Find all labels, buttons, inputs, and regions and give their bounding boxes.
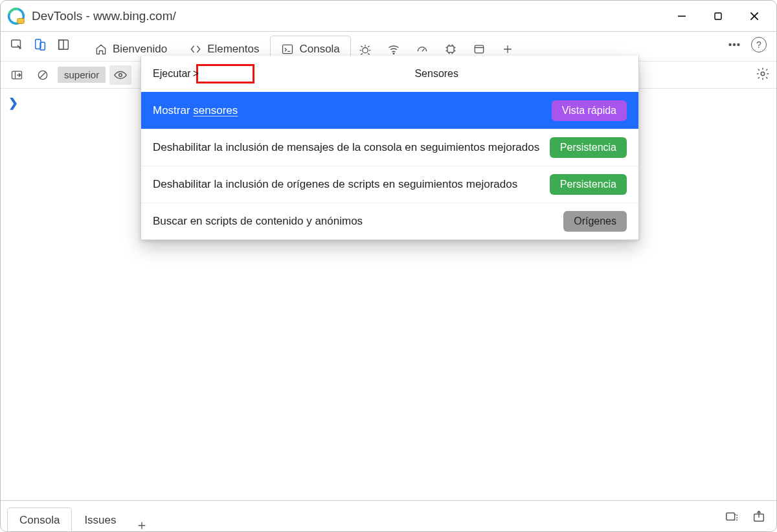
drawer-right-buttons bbox=[721, 507, 770, 531]
drawer-add-tab-button[interactable] bbox=[129, 520, 155, 531]
drawer-tab-console[interactable]: Consola bbox=[7, 507, 72, 532]
eye-icon bbox=[113, 68, 128, 82]
wifi-icon bbox=[387, 43, 400, 56]
console-icon bbox=[281, 43, 294, 56]
palette-item[interactable]: Buscar en scripts de contenido y anónimo… bbox=[141, 203, 638, 239]
palette-run-label: Ejecutar bbox=[153, 68, 191, 80]
svg-rect-2 bbox=[17, 18, 25, 23]
palette-item-label: Buscar en scripts de contenido y anónimo… bbox=[153, 215, 363, 228]
palette-item-label: Deshabilitar la inclusión de mensajes de… bbox=[153, 141, 539, 154]
drawer-tabstrip: Consola Issues bbox=[1, 500, 776, 531]
drawer-tab-console-label: Consola bbox=[19, 514, 60, 527]
window-minimize-button[interactable] bbox=[664, 1, 700, 32]
gear-icon bbox=[756, 67, 770, 81]
console-settings-button[interactable] bbox=[756, 67, 770, 83]
drawer-tab-issues[interactable]: Issues bbox=[72, 507, 128, 532]
palette-query: Sensores bbox=[414, 68, 458, 80]
plus-icon bbox=[501, 43, 514, 56]
svg-rect-11 bbox=[59, 40, 63, 50]
command-palette: Ejecutar > Sensores Mostrar sensores Vis… bbox=[141, 56, 639, 240]
svg-rect-4 bbox=[715, 13, 721, 19]
svg-rect-16 bbox=[475, 45, 483, 53]
palette-caret-icon: > bbox=[193, 68, 199, 80]
screencast-button[interactable] bbox=[52, 35, 74, 54]
palette-item-label-match: sensores bbox=[193, 104, 238, 116]
device-emulation-button[interactable] bbox=[29, 35, 51, 54]
svg-point-22 bbox=[738, 44, 739, 46]
clear-console-button[interactable] bbox=[32, 65, 54, 85]
tab-console-label: Consola bbox=[299, 43, 339, 56]
svg-rect-15 bbox=[447, 46, 454, 52]
dots-icon bbox=[727, 38, 741, 52]
devtools-app-icon bbox=[7, 7, 25, 25]
help-icon: ? bbox=[751, 37, 767, 52]
svg-point-13 bbox=[363, 47, 368, 52]
toggle-sidebar-button[interactable] bbox=[6, 65, 28, 85]
plus-icon bbox=[136, 520, 148, 531]
command-palette-header: Ejecutar > Sensores bbox=[141, 56, 638, 92]
application-icon bbox=[473, 43, 486, 56]
palette-item[interactable]: Deshabilitar la inclusión de orígenes de… bbox=[141, 166, 638, 203]
execution-context-selector[interactable]: superior bbox=[58, 67, 106, 83]
palette-input[interactable]: > bbox=[196, 64, 254, 83]
bug-icon bbox=[359, 43, 372, 56]
live-expressions-button[interactable] bbox=[109, 65, 131, 85]
palette-item-badge: Orígenes bbox=[563, 211, 627, 232]
inspect-element-button[interactable] bbox=[6, 35, 28, 54]
drawer-tabs: Consola Issues bbox=[7, 501, 155, 531]
drawer-computed-button[interactable] bbox=[721, 507, 743, 526]
sidebar-icon bbox=[10, 69, 23, 82]
palette-item-badge: Persistencia bbox=[550, 174, 627, 195]
home-icon bbox=[95, 43, 107, 56]
palette-list: Mostrar sensores Vista rápida Deshabilit… bbox=[141, 92, 638, 239]
help-button[interactable]: ? bbox=[748, 34, 770, 56]
window-title: DevTools - www.bing.com/ bbox=[32, 9, 176, 23]
svg-point-14 bbox=[393, 52, 394, 54]
tabstrip-right: ? bbox=[723, 34, 776, 61]
prompt-caret-icon: ❯ bbox=[8, 96, 18, 110]
svg-point-21 bbox=[734, 44, 736, 46]
svg-rect-31 bbox=[726, 513, 735, 520]
drawer-tab-issues-label: Issues bbox=[84, 514, 116, 527]
clear-icon bbox=[36, 69, 49, 82]
more-tools-button[interactable] bbox=[723, 34, 745, 56]
window-controls bbox=[664, 1, 772, 32]
palette-item[interactable]: Mostrar sensores Vista rápida bbox=[141, 92, 638, 129]
export-icon bbox=[752, 509, 766, 524]
svg-line-26 bbox=[40, 72, 45, 77]
window-close-button[interactable] bbox=[736, 1, 772, 32]
palette-item-label: Mostrar sensores bbox=[153, 104, 238, 117]
window-titlebar: DevTools - www.bing.com/ bbox=[1, 1, 776, 32]
palette-item-badge: Vista rápida bbox=[552, 100, 627, 121]
gauge-icon bbox=[416, 43, 429, 56]
tab-welcome-label: Bienvenido bbox=[113, 43, 167, 56]
palette-item-label-pre: Mostrar bbox=[153, 104, 193, 116]
drawer-export-button[interactable] bbox=[748, 507, 770, 526]
svg-point-28 bbox=[761, 72, 765, 76]
palette-item-label: Deshabilitar la inclusión de orígenes de… bbox=[153, 178, 517, 191]
svg-point-27 bbox=[119, 73, 122, 76]
code-icon bbox=[189, 43, 202, 56]
device-mode-buttons bbox=[6, 35, 74, 61]
chip-icon bbox=[444, 43, 457, 56]
palette-item[interactable]: Deshabilitar la inclusión de mensajes de… bbox=[141, 129, 638, 166]
svg-rect-12 bbox=[283, 45, 293, 53]
tab-elements-label: Elementos bbox=[207, 43, 259, 56]
svg-point-20 bbox=[729, 44, 731, 46]
palette-item-badge: Persistencia bbox=[550, 137, 627, 158]
svg-rect-7 bbox=[12, 40, 21, 47]
computed-icon bbox=[725, 509, 739, 524]
window-maximize-button[interactable] bbox=[700, 1, 736, 32]
